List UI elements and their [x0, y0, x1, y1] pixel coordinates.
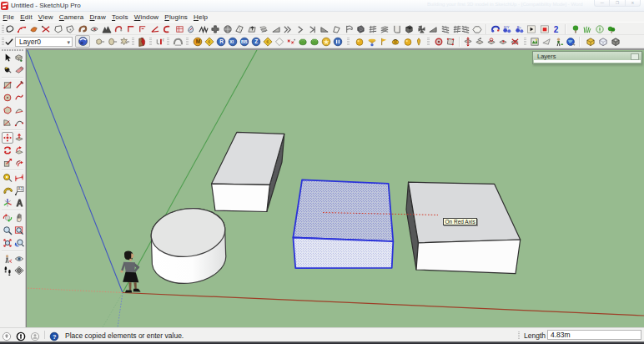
- cube-cut-tool-button[interactable]: [403, 23, 415, 35]
- tool-push-pull[interactable]: [13, 132, 25, 144]
- plugin-bb-button-button[interactable]: BB: [239, 36, 250, 48]
- record-stop-button-button[interactable]: [539, 23, 551, 35]
- tool-position-camera[interactable]: [2, 253, 13, 265]
- layer-dropdown[interactable]: Layer0 ▾: [15, 37, 73, 47]
- intersect-tool-button[interactable]: [40, 23, 52, 35]
- pipe-tool-button[interactable]: [77, 23, 88, 35]
- menu-plugins[interactable]: Plugins: [162, 12, 191, 22]
- tool-look-around[interactable]: [13, 253, 25, 265]
- b-plus-spheres-tool-button[interactable]: B+: [514, 23, 526, 35]
- dark-box-style-button[interactable]: [610, 36, 621, 48]
- gold-ball2-tool-button[interactable]: [402, 36, 414, 48]
- plugin-scatter-button-button[interactable]: [285, 36, 297, 48]
- gold-flame-tool-button[interactable]: [413, 36, 425, 48]
- chevron-tool-button[interactable]: [294, 23, 306, 35]
- toolbar-grip[interactable]: [524, 38, 526, 46]
- tool-pie[interactable]: [2, 117, 13, 129]
- component-sphere-tool-button[interactable]: [107, 36, 118, 48]
- box-delete-tool-button[interactable]: [509, 36, 521, 48]
- plugin-r-button-button[interactable]: R: [215, 36, 227, 48]
- tool-orbit[interactable]: [2, 212, 13, 224]
- woven-pattern-tool-button[interactable]: [440, 23, 451, 35]
- gold-box-style-button[interactable]: [585, 36, 596, 48]
- plugin-green1-button-button[interactable]: [297, 36, 309, 48]
- tool-paint-bucket[interactable]: [2, 64, 13, 76]
- gold-bee-tool-button[interactable]: [390, 36, 401, 48]
- arrow-plane-tool-button[interactable]: [246, 23, 258, 35]
- credits-button[interactable]: [16, 330, 26, 340]
- plugin-diamond2-button-button[interactable]: ¢: [262, 36, 274, 48]
- tool-tape-measure[interactable]: [2, 172, 13, 184]
- tool-polygon[interactable]: [2, 104, 13, 116]
- tool-zoom-window[interactable]: [13, 225, 25, 236]
- toolbar-grip[interactable]: [132, 38, 134, 46]
- hook-tool-button[interactable]: [113, 23, 124, 35]
- tool-eraser[interactable]: [13, 64, 25, 76]
- menu-file[interactable]: File: [0, 12, 18, 22]
- curve-edit-tool-button[interactable]: [28, 23, 40, 35]
- chevrons-tool-button[interactable]: [282, 23, 294, 35]
- weave-tool-button[interactable]: [367, 23, 379, 35]
- tree-component-button[interactable]: [570, 23, 581, 35]
- corner-angle-tool-button[interactable]: [125, 23, 137, 35]
- plugin-pause-button-button[interactable]: [332, 36, 344, 48]
- plugin-gold-star-button-button[interactable]: [320, 36, 332, 48]
- bezier-curve-tool-button[interactable]: [16, 23, 28, 35]
- toolbar-grip[interactable]: [2, 38, 4, 46]
- gold-ball-tool-button[interactable]: [354, 36, 365, 48]
- sheet-stack-tool-button[interactable]: [379, 23, 390, 35]
- layer-sheets-tool-button[interactable]: [258, 23, 269, 35]
- angle-tool-button[interactable]: [149, 23, 161, 35]
- layers-panel[interactable]: Layers: [532, 51, 642, 64]
- bush-component-button[interactable]: [606, 23, 617, 35]
- plugin-m-button-button[interactable]: M: [192, 36, 204, 48]
- gold-spinner-tool-button[interactable]: [366, 36, 378, 48]
- tool-zoom-extents[interactable]: [2, 237, 13, 249]
- box-move-vertical-tool-button[interactable]: [462, 36, 474, 48]
- toolbar-grip[interactable]: [186, 38, 189, 46]
- box-ring-tool-button[interactable]: [486, 36, 497, 48]
- flag-tool-button[interactable]: [343, 23, 355, 35]
- ramp-tool-button[interactable]: [319, 23, 330, 35]
- toolbar-grip[interactable]: [167, 38, 169, 46]
- wedge-tool-button[interactable]: [270, 23, 282, 35]
- plugin-xi-button-button[interactable]: XI: [227, 36, 239, 48]
- chevron-line-tool-button[interactable]: [306, 23, 318, 35]
- grass-component-button[interactable]: [581, 23, 593, 35]
- dimension-text-tool-button[interactable]: [154, 36, 166, 48]
- tool-text[interactable]: A1: [13, 185, 25, 196]
- gold-flag-tool-button[interactable]: [378, 36, 390, 48]
- fold-tool-button[interactable]: [234, 23, 245, 35]
- blue-2-tool-button[interactable]: 2: [551, 23, 562, 35]
- sign-in-button[interactable]: [30, 330, 40, 340]
- measurement-input[interactable]: 4.83m: [547, 330, 641, 340]
- geo-location-tool-button[interactable]: [565, 36, 576, 48]
- arc-c-tool-button[interactable]: [161, 23, 173, 35]
- tool-circle[interactable]: [2, 92, 13, 104]
- menu-view[interactable]: View: [35, 12, 56, 22]
- person-scale-tool-button[interactable]: [553, 36, 565, 48]
- tool-zoom[interactable]: [2, 225, 13, 236]
- plugin-z-button-button[interactable]: Z: [250, 36, 262, 48]
- minimize-button[interactable]: —: [595, 0, 610, 6]
- shape-tool-button[interactable]: [53, 23, 64, 35]
- drop-tool-button[interactable]: [185, 23, 197, 35]
- eye-tool-button[interactable]: [88, 23, 100, 35]
- plant-component-button[interactable]: [594, 23, 606, 35]
- skin-tool-button[interactable]: [490, 23, 501, 35]
- layers-panel-collapse-button[interactable]: [631, 53, 639, 60]
- plugin-diamond-button-button[interactable]: ¢: [204, 36, 215, 48]
- play-button-button[interactable]: [526, 23, 537, 35]
- striped-cube-tool-button[interactable]: [355, 23, 366, 35]
- tool-offset[interactable]: [13, 157, 25, 169]
- tool-scale[interactable]: [2, 157, 13, 169]
- corner-tick-tool-button[interactable]: [137, 23, 148, 35]
- box-selected[interactable]: [293, 180, 393, 268]
- tool-3d-text[interactable]: [13, 197, 25, 209]
- tool-make-component[interactable]: [13, 52, 25, 63]
- xy-spheres-tool-button[interactable]: X/Y: [501, 23, 513, 35]
- tool-protractor[interactable]: [2, 185, 13, 196]
- toolbar-grip[interactable]: [427, 38, 430, 46]
- tool-arc-2[interactable]: [13, 117, 25, 129]
- curve-loop-tool-button[interactable]: [4, 23, 16, 35]
